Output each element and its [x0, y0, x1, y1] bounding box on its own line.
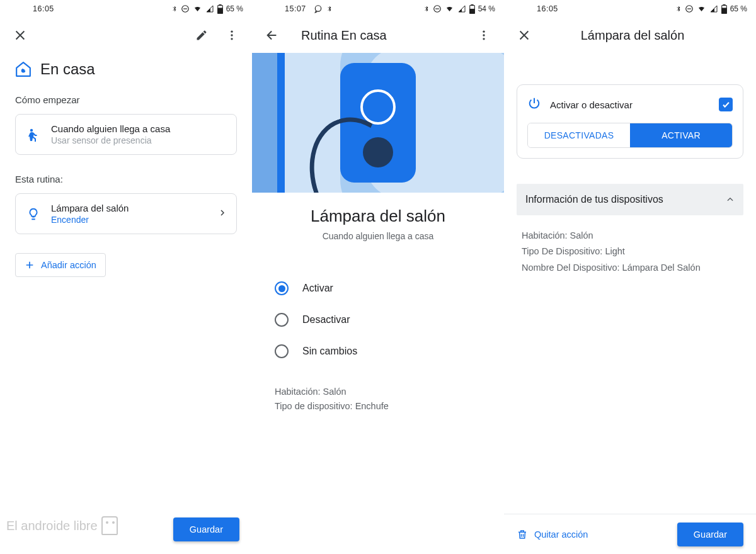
bluetooth-icon [423, 4, 430, 13]
chevron-right-icon [219, 207, 226, 221]
page-title: Rutina En casa [301, 28, 387, 43]
save-button[interactable]: Guardar [677, 523, 743, 546]
plus-icon [25, 260, 35, 270]
segment-on[interactable]: ACTIVAR [630, 123, 732, 147]
svg-rect-23 [721, 8, 726, 13]
status-time: 15:07 [261, 4, 306, 13]
bulb-icon [26, 207, 40, 221]
presence-icon [26, 127, 41, 142]
back-icon[interactable] [260, 23, 285, 48]
svg-rect-14 [471, 4, 473, 6]
page-title: Lámpara del salón [542, 28, 748, 43]
watermark: El androide libre [6, 516, 118, 535]
remove-action-button[interactable]: Quitar acción [517, 529, 588, 540]
toggle-label: Activar o desactivar [550, 99, 710, 110]
save-button[interactable]: Guardar [173, 517, 239, 541]
trigger-title: Cuando alguien llega a casa [51, 123, 226, 134]
device-subtitle: Cuando alguien llega a casa [271, 231, 485, 241]
status-time: 16:05 [513, 4, 558, 13]
bluetooth-icon [326, 4, 333, 13]
svg-rect-22 [723, 4, 725, 6]
robot-icon [101, 516, 118, 535]
battery-icon [721, 4, 727, 14]
add-action-button[interactable]: Añadir acción [15, 253, 106, 277]
toggle-panel: Activar o desactivar DESACTIVADAS ACTIVA… [517, 84, 743, 159]
status-icons: 65 % [675, 4, 747, 14]
action-card[interactable]: Lámpara del salón Encender [15, 193, 237, 234]
device-info-body: Habitación: Salón Tipo De Dispositivo: L… [517, 215, 743, 276]
trigger-card[interactable]: Cuando alguien llega a casa Usar sensor … [15, 114, 237, 155]
trash-icon [517, 529, 528, 540]
section-how-to-start: Cómo empezar [15, 94, 237, 105]
trigger-subtitle: Usar sensor de presencia [51, 135, 226, 145]
routine-name: En casa [40, 60, 95, 78]
svg-rect-3 [219, 4, 221, 6]
hero-illustration [252, 53, 504, 193]
battery-icon [217, 4, 223, 14]
battery-percent: 65 % [730, 4, 747, 13]
screen-device-action: 15:07 54 % Rutina En casa Lámpara del sa [252, 0, 504, 554]
svg-point-7 [231, 38, 232, 40]
svg-point-6 [231, 34, 232, 36]
battery-percent: 65 % [226, 4, 243, 13]
wifi-icon [193, 5, 202, 13]
status-icons: 54 % [423, 4, 495, 14]
wifi-icon [697, 5, 706, 13]
svg-point-5 [231, 31, 232, 33]
routine-header: En casa [15, 60, 237, 78]
screen-device-settings: 16:05 65 % Lámpara del salón Activar o d… [504, 0, 756, 554]
status-time: 16:05 [9, 4, 54, 13]
overflow-icon[interactable] [471, 23, 496, 48]
close-icon[interactable] [8, 23, 33, 48]
checkbox-checked[interactable] [719, 98, 733, 111]
chevron-up-icon [726, 195, 735, 204]
overflow-icon[interactable] [219, 23, 244, 48]
dnd-icon [685, 4, 694, 13]
svg-point-16 [483, 31, 484, 33]
radio-no-change[interactable]: Sin cambios [275, 336, 481, 367]
svg-point-9 [30, 128, 33, 131]
signal-icon [205, 5, 214, 13]
whatsapp-icon [314, 4, 323, 13]
battery-icon [469, 4, 475, 14]
device-info: Habitación: Salón Tipo de dispositivo: E… [271, 367, 485, 414]
radio-activate[interactable]: Activar [275, 273, 481, 304]
dnd-icon [181, 4, 190, 13]
svg-point-17 [483, 34, 484, 36]
battery-percent: 54 % [478, 4, 495, 13]
screen-routine-home: 16:05 65 % En casa Cómo empezar [0, 0, 252, 554]
app-bar: Rutina En casa [252, 18, 504, 53]
radio-group: Activar Desactivar Sin cambios [271, 273, 485, 367]
action-state: Encender [51, 215, 209, 225]
app-bar [0, 18, 252, 53]
info-accordion-header[interactable]: Información de tus dispositivos [517, 184, 743, 215]
status-bar: 16:05 65 % [504, 0, 756, 18]
wifi-icon [445, 5, 454, 13]
svg-point-10 [315, 6, 321, 11]
segmented-control: DESACTIVADAS ACTIVAR [527, 123, 733, 148]
radio-deactivate[interactable]: Desactivar [275, 304, 481, 336]
bluetooth-icon [675, 4, 682, 13]
bluetooth-icon [171, 4, 178, 13]
segment-off[interactable]: DESACTIVADAS [528, 123, 630, 147]
home-icon [15, 61, 32, 77]
footer-bar: Quitar acción Guardar [504, 514, 756, 554]
edit-icon[interactable] [189, 23, 214, 48]
device-title: Lámpara del salón [271, 206, 485, 226]
svg-rect-15 [469, 9, 474, 13]
add-action-label: Añadir acción [41, 260, 96, 270]
svg-point-18 [483, 38, 484, 40]
svg-rect-4 [217, 8, 222, 13]
status-icons: 65 % [171, 4, 243, 14]
signal-icon [457, 5, 466, 13]
status-bar: 16:05 65 % [0, 0, 252, 18]
app-bar: Lámpara del salón [504, 18, 756, 53]
power-icon [527, 96, 541, 113]
action-title: Lámpara del salón [51, 203, 209, 213]
close-icon[interactable] [512, 23, 537, 48]
dnd-icon [433, 4, 442, 13]
section-this-routine: Esta rutina: [15, 174, 237, 184]
signal-icon [709, 5, 718, 13]
status-bar: 15:07 54 % [252, 0, 504, 18]
